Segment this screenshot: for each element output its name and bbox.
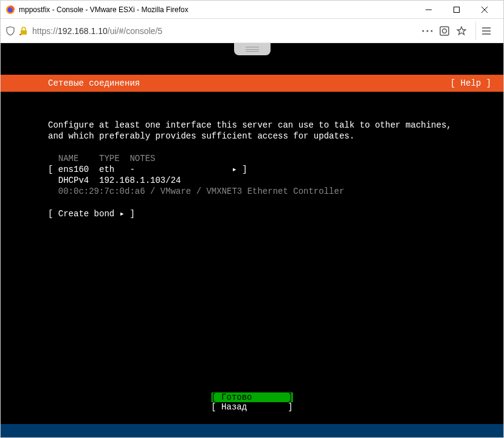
url-host: 192.168.1.10: [58, 26, 108, 36]
console-handle[interactable]: [234, 43, 271, 55]
svg-rect-6: [21, 30, 27, 35]
console-header: Сетевые соединения [ Help ]: [1, 75, 503, 92]
browser-window: mppostfix - Console - VMware ESXi - Mozi…: [0, 0, 504, 438]
svg-rect-10: [440, 27, 449, 35]
window-controls: [415, 1, 499, 19]
instruction-line-2: and which preferably provides sufficient…: [48, 131, 354, 141]
hamburger-icon: [481, 26, 492, 36]
address-bar-actions: [422, 22, 499, 40]
firefox-icon: [5, 5, 15, 15]
titlebar-left: mppostfix - Console - VMware ESXi - Mozi…: [5, 5, 415, 15]
lock-warning-icon[interactable]: [19, 26, 29, 36]
page-content: Сетевые соединения [ Help ] Configure at…: [1, 43, 503, 437]
bookmark-star-icon[interactable]: [456, 26, 467, 36]
help-button[interactable]: [ Help ]: [450, 78, 491, 88]
url-prefix: https://: [32, 26, 58, 36]
back-button[interactable]: [ Назад ]: [211, 402, 292, 412]
url-path: /ui/#/console/5: [108, 26, 162, 36]
interface-row[interactable]: [ ens160 eth - ▸ ]: [48, 165, 247, 174]
url-field[interactable]: https://192.168.1.10/ui/#/console/5: [32, 26, 418, 36]
close-button[interactable]: [471, 1, 499, 19]
window-title: mppostfix - Console - VMware ESXi - Mozi…: [19, 5, 188, 14]
svg-point-9: [431, 30, 433, 32]
svg-point-11: [443, 29, 447, 33]
screen-title: Сетевые соединения: [48, 78, 140, 88]
console-terminal[interactable]: Сетевые соединения [ Help ] Configure at…: [1, 55, 503, 424]
titlebar: mppostfix - Console - VMware ESXi - Mozi…: [1, 1, 503, 19]
table-headers: NAME TYPE NOTES: [48, 154, 155, 163]
bottom-bar: [1, 424, 503, 437]
done-button[interactable]: [ Готово ]: [211, 392, 292, 402]
dhcp-row: DHCPv4 192.168.1.103/24: [48, 176, 181, 185]
console-buttons: [ Готово ][ Назад ]: [211, 392, 292, 412]
tracking-shield-icon[interactable]: [5, 26, 15, 36]
svg-point-8: [427, 30, 429, 32]
reader-view-icon[interactable]: [439, 26, 450, 36]
mac-row: 00:0c:29:7c:0d:a6 / VMware / VMXNET3 Eth…: [48, 186, 344, 196]
svg-point-7: [423, 30, 424, 32]
svg-rect-3: [454, 7, 460, 12]
instruction-line-1: Configure at least one interface this se…: [48, 120, 452, 130]
app-menu-button[interactable]: [475, 22, 496, 40]
maximize-button[interactable]: [443, 1, 471, 19]
page-actions-icon[interactable]: [422, 26, 433, 36]
address-bar: https://192.168.1.10/ui/#/console/5: [1, 19, 503, 43]
minimize-button[interactable]: [415, 1, 443, 19]
create-bond-button[interactable]: [ Create bond ▸ ]: [48, 209, 135, 219]
console-body: Configure at least one interface this se…: [1, 111, 503, 219]
handle-grip-icon: [246, 47, 259, 52]
console-top-bar: [1, 43, 503, 55]
